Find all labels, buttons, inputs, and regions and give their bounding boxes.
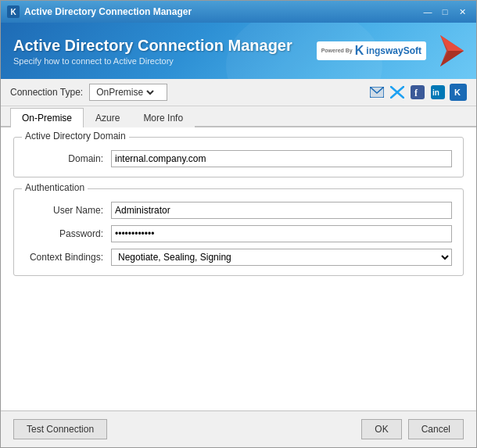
dart-logo-icon <box>432 35 464 66</box>
tabs-bar: On-Premise Azure More Info <box>1 106 476 127</box>
domain-section: Active Directory Domain Domain: <box>13 137 464 177</box>
social-icons-bar: f in K <box>368 84 467 101</box>
svg-text:K: K <box>454 88 461 97</box>
cancel-button[interactable]: Cancel <box>408 419 464 439</box>
connection-type-label: Connection Type: <box>10 87 83 98</box>
ok-button[interactable]: OK <box>361 419 401 439</box>
svg-text:in: in <box>432 88 439 97</box>
header-banner: Active Directory Connection Manager Spec… <box>1 23 476 79</box>
svg-rect-5 <box>411 85 425 99</box>
title-bar: K Active Directory Connection Manager — … <box>1 1 476 23</box>
connection-type-dropdown[interactable]: OnPremise Azure <box>89 84 167 101</box>
connection-type-select-input[interactable]: OnPremise Azure <box>93 86 156 99</box>
footer: Test Connection OK Cancel <box>1 410 476 447</box>
tab-more-info[interactable]: More Info <box>131 108 195 127</box>
header-title: Active Directory Connection Manager <box>13 37 317 55</box>
password-label: Password: <box>25 228 111 239</box>
footer-right-buttons: OK Cancel <box>361 419 464 439</box>
domain-label: Domain: <box>25 153 111 164</box>
domain-section-label: Active Directory Domain <box>22 131 129 142</box>
context-bindings-row: Context Bindings: Negotiate, Sealing, Si… <box>25 249 452 266</box>
connection-type-bar: Connection Type: OnPremise Azure <box>1 79 476 106</box>
close-button[interactable]: ✕ <box>454 5 470 19</box>
content-area: Active Directory Domain Domain: Authenti… <box>1 127 476 410</box>
window-controls: — □ ✕ <box>420 5 470 19</box>
powered-by-text: Powered By <box>321 48 353 54</box>
twitter-social-icon[interactable] <box>389 84 406 101</box>
password-row: Password: <box>25 225 452 242</box>
header-title-area: Active Directory Connection Manager Spec… <box>13 37 317 66</box>
brand-name: ingswaySoft <box>366 45 421 56</box>
linkedin-social-icon[interactable]: in <box>429 84 447 101</box>
kingsway-social-icon[interactable]: K <box>450 84 467 101</box>
header-logos: Powered By K ingswaySoft <box>317 35 464 66</box>
domain-input[interactable] <box>111 150 452 167</box>
username-label: User Name: <box>25 205 111 216</box>
header-subtitle: Specify how to connect to Active Directo… <box>13 56 317 66</box>
app-icon: K <box>7 5 20 18</box>
username-row: User Name: <box>25 202 452 219</box>
context-bindings-label: Context Bindings: <box>25 252 111 263</box>
auth-section: Authentication User Name: Password: Cont… <box>13 188 464 276</box>
facebook-social-icon[interactable]: f <box>409 84 426 101</box>
password-input[interactable] <box>111 225 452 242</box>
email-social-icon[interactable] <box>368 84 386 101</box>
kingsway-logo: Powered By K ingswaySoft <box>317 41 426 60</box>
minimize-button[interactable]: — <box>420 5 436 19</box>
username-input[interactable] <box>111 202 452 219</box>
window: K Active Directory Connection Manager — … <box>0 0 477 448</box>
test-connection-button[interactable]: Test Connection <box>13 419 107 439</box>
auth-section-label: Authentication <box>22 182 88 193</box>
domain-row: Domain: <box>25 150 452 167</box>
tab-on-premise[interactable]: On-Premise <box>10 108 84 127</box>
window-title: Active Directory Connection Manager <box>24 6 420 17</box>
maximize-button[interactable]: □ <box>437 5 453 19</box>
tab-azure[interactable]: Azure <box>84 108 131 127</box>
brand-k: K <box>355 44 364 58</box>
context-bindings-select[interactable]: Negotiate, Sealing, Signing Negotiate Si… <box>111 249 452 266</box>
